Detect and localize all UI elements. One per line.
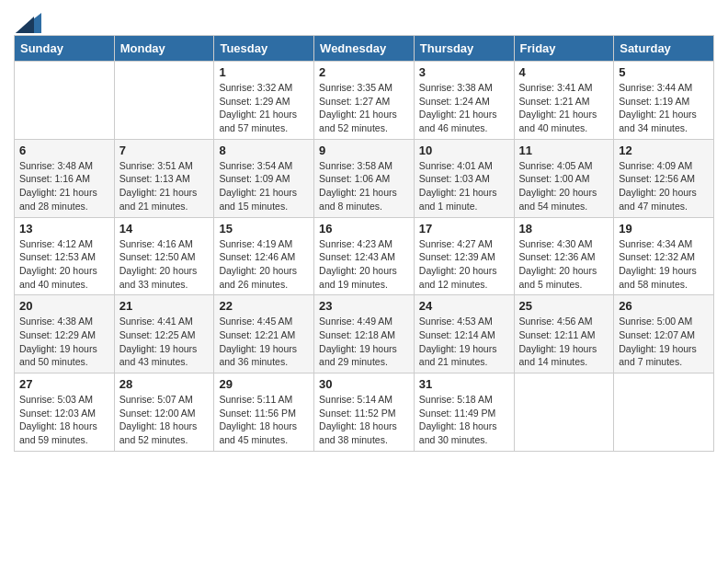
weekday-sunday: Sunday <box>15 36 115 62</box>
day-info: Sunrise: 5:00 AM Sunset: 12:07 AM Daylig… <box>619 315 709 369</box>
day-info: Sunrise: 4:12 AM Sunset: 12:53 AM Daylig… <box>19 237 109 292</box>
day-cell: 5Sunrise: 3:44 AM Sunset: 1:19 AM Daylig… <box>614 62 714 140</box>
day-cell: 19Sunrise: 4:34 AM Sunset: 12:32 AM Dayl… <box>614 217 714 295</box>
day-info: Sunrise: 5:11 AM Sunset: 11:56 PM Daylig… <box>219 393 309 447</box>
day-number: 8 <box>219 144 309 157</box>
logo <box>14 13 41 29</box>
day-info: Sunrise: 4:53 AM Sunset: 12:14 AM Daylig… <box>419 315 509 369</box>
day-number: 30 <box>319 377 409 391</box>
day-info: Sunrise: 4:45 AM Sunset: 12:21 AM Daylig… <box>219 315 309 369</box>
day-cell: 25Sunrise: 4:56 AM Sunset: 12:11 AM Dayl… <box>514 295 614 373</box>
day-cell: 4Sunrise: 3:41 AM Sunset: 1:21 AM Daylig… <box>514 62 614 140</box>
day-cell <box>514 373 614 452</box>
day-cell: 9Sunrise: 3:58 AM Sunset: 1:06 AM Daylig… <box>314 139 415 217</box>
day-info: Sunrise: 5:14 AM Sunset: 11:52 PM Daylig… <box>319 393 409 447</box>
weekday-wednesday: Wednesday <box>314 36 415 62</box>
day-number: 3 <box>419 65 509 79</box>
day-number: 1 <box>219 65 309 79</box>
day-cell: 24Sunrise: 4:53 AM Sunset: 12:14 AM Dayl… <box>414 295 514 373</box>
day-info: Sunrise: 5:07 AM Sunset: 12:00 AM Daylig… <box>119 393 210 447</box>
day-number: 13 <box>19 222 109 236</box>
day-cell: 17Sunrise: 4:27 AM Sunset: 12:39 AM Dayl… <box>414 217 514 295</box>
day-info: Sunrise: 4:49 AM Sunset: 12:18 AM Daylig… <box>319 315 409 369</box>
day-number: 18 <box>519 222 609 236</box>
weekday-friday: Friday <box>514 36 614 62</box>
day-info: Sunrise: 4:30 AM Sunset: 12:36 AM Daylig… <box>519 237 609 292</box>
day-cell: 18Sunrise: 4:30 AM Sunset: 12:36 AM Dayl… <box>514 217 614 295</box>
day-cell: 26Sunrise: 5:00 AM Sunset: 12:07 AM Dayl… <box>614 295 714 373</box>
day-number: 11 <box>519 144 609 157</box>
day-cell: 10Sunrise: 4:01 AM Sunset: 1:03 AM Dayli… <box>414 139 514 217</box>
week-row-1: 1Sunrise: 3:32 AM Sunset: 1:29 AM Daylig… <box>15 62 714 140</box>
day-info: Sunrise: 4:56 AM Sunset: 12:11 AM Daylig… <box>519 315 609 369</box>
week-row-3: 13Sunrise: 4:12 AM Sunset: 12:53 AM Dayl… <box>15 217 714 295</box>
day-number: 27 <box>19 377 109 391</box>
svg-marker-1 <box>16 17 34 33</box>
day-cell: 29Sunrise: 5:11 AM Sunset: 11:56 PM Dayl… <box>214 373 314 452</box>
day-number: 6 <box>19 144 109 157</box>
day-cell: 15Sunrise: 4:19 AM Sunset: 12:46 AM Dayl… <box>214 217 314 295</box>
day-info: Sunrise: 4:09 AM Sunset: 12:56 AM Daylig… <box>619 159 709 213</box>
day-number: 10 <box>419 144 509 157</box>
day-number: 17 <box>419 222 509 236</box>
day-number: 12 <box>619 144 709 157</box>
day-number: 9 <box>319 144 409 157</box>
week-row-4: 20Sunrise: 4:38 AM Sunset: 12:29 AM Dayl… <box>15 295 714 373</box>
day-number: 4 <box>519 65 609 79</box>
day-number: 23 <box>319 299 409 313</box>
day-number: 21 <box>119 299 210 313</box>
day-number: 26 <box>619 299 709 313</box>
day-info: Sunrise: 4:38 AM Sunset: 12:29 AM Daylig… <box>19 315 109 369</box>
day-cell: 23Sunrise: 4:49 AM Sunset: 12:18 AM Dayl… <box>314 295 415 373</box>
day-cell: 14Sunrise: 4:16 AM Sunset: 12:50 AM Dayl… <box>114 217 214 295</box>
day-cell: 12Sunrise: 4:09 AM Sunset: 12:56 AM Dayl… <box>614 139 714 217</box>
day-cell: 2Sunrise: 3:35 AM Sunset: 1:27 AM Daylig… <box>314 62 415 140</box>
day-cell: 13Sunrise: 4:12 AM Sunset: 12:53 AM Dayl… <box>15 217 115 295</box>
day-cell: 8Sunrise: 3:54 AM Sunset: 1:09 AM Daylig… <box>214 139 314 217</box>
day-info: Sunrise: 4:41 AM Sunset: 12:25 AM Daylig… <box>119 315 210 369</box>
day-info: Sunrise: 3:51 AM Sunset: 1:13 AM Dayligh… <box>119 159 210 213</box>
day-cell: 3Sunrise: 3:38 AM Sunset: 1:24 AM Daylig… <box>414 62 514 140</box>
day-number: 20 <box>19 299 109 313</box>
day-number: 7 <box>119 144 210 157</box>
week-row-5: 27Sunrise: 5:03 AM Sunset: 12:03 AM Dayl… <box>15 373 714 452</box>
logo-icon <box>16 13 41 33</box>
day-info: Sunrise: 3:54 AM Sunset: 1:09 AM Dayligh… <box>219 159 309 213</box>
day-number: 31 <box>419 377 509 391</box>
day-cell: 7Sunrise: 3:51 AM Sunset: 1:13 AM Daylig… <box>114 139 214 217</box>
day-number: 14 <box>119 222 210 236</box>
day-cell: 1Sunrise: 3:32 AM Sunset: 1:29 AM Daylig… <box>214 62 314 140</box>
day-info: Sunrise: 3:48 AM Sunset: 1:16 AM Dayligh… <box>19 159 109 213</box>
day-cell: 11Sunrise: 4:05 AM Sunset: 1:00 AM Dayli… <box>514 139 614 217</box>
day-info: Sunrise: 5:18 AM Sunset: 11:49 PM Daylig… <box>419 393 509 447</box>
day-info: Sunrise: 3:41 AM Sunset: 1:21 AM Dayligh… <box>519 81 609 135</box>
day-number: 28 <box>119 377 210 391</box>
day-cell: 22Sunrise: 4:45 AM Sunset: 12:21 AM Dayl… <box>214 295 314 373</box>
day-number: 15 <box>219 222 309 236</box>
day-cell: 6Sunrise: 3:48 AM Sunset: 1:16 AM Daylig… <box>15 139 115 217</box>
day-info: Sunrise: 3:32 AM Sunset: 1:29 AM Dayligh… <box>219 81 309 135</box>
day-cell: 20Sunrise: 4:38 AM Sunset: 12:29 AM Dayl… <box>15 295 115 373</box>
day-info: Sunrise: 4:23 AM Sunset: 12:43 AM Daylig… <box>319 237 409 292</box>
day-number: 5 <box>619 65 709 79</box>
day-info: Sunrise: 4:34 AM Sunset: 12:32 AM Daylig… <box>619 237 709 292</box>
day-number: 25 <box>519 299 609 313</box>
day-cell: 27Sunrise: 5:03 AM Sunset: 12:03 AM Dayl… <box>15 373 115 452</box>
day-number: 22 <box>219 299 309 313</box>
day-info: Sunrise: 4:05 AM Sunset: 1:00 AM Dayligh… <box>519 159 609 213</box>
day-cell <box>614 373 714 452</box>
weekday-thursday: Thursday <box>414 36 514 62</box>
calendar-table: SundayMondayTuesdayWednesdayThursdayFrid… <box>14 35 714 452</box>
page-header <box>14 9 714 29</box>
day-cell <box>114 62 214 140</box>
day-number: 29 <box>219 377 309 391</box>
day-info: Sunrise: 3:38 AM Sunset: 1:24 AM Dayligh… <box>419 81 509 135</box>
day-info: Sunrise: 4:01 AM Sunset: 1:03 AM Dayligh… <box>419 159 509 213</box>
day-cell: 21Sunrise: 4:41 AM Sunset: 12:25 AM Dayl… <box>114 295 214 373</box>
day-cell: 28Sunrise: 5:07 AM Sunset: 12:00 AM Dayl… <box>114 373 214 452</box>
week-row-2: 6Sunrise: 3:48 AM Sunset: 1:16 AM Daylig… <box>15 139 714 217</box>
weekday-tuesday: Tuesday <box>214 36 314 62</box>
day-info: Sunrise: 3:35 AM Sunset: 1:27 AM Dayligh… <box>319 81 409 135</box>
day-info: Sunrise: 4:16 AM Sunset: 12:50 AM Daylig… <box>119 237 210 292</box>
day-number: 24 <box>419 299 509 313</box>
